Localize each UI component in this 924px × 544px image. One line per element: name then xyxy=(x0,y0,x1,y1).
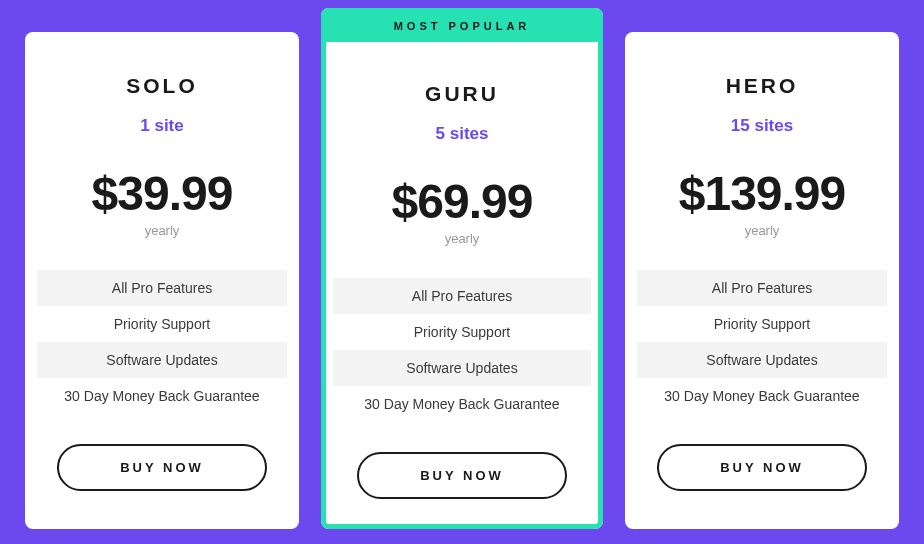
feature-list: All Pro Features Priority Support Softwa… xyxy=(333,278,591,422)
plan-period: yearly xyxy=(333,231,591,246)
plan-price: $39.99 xyxy=(37,166,287,221)
feature-item: Software Updates xyxy=(37,342,287,378)
feature-item: Software Updates xyxy=(637,342,887,378)
plan-name: HERO xyxy=(637,74,887,98)
pricing-card-solo: SOLO 1 site $39.99 yearly All Pro Featur… xyxy=(25,32,299,529)
buy-now-button[interactable]: BUY NOW xyxy=(657,444,867,491)
pricing-card-hero: HERO 15 sites $139.99 yearly All Pro Fea… xyxy=(625,32,899,529)
pricing-container: SOLO 1 site $39.99 yearly All Pro Featur… xyxy=(0,8,924,529)
feature-item: 30 Day Money Back Guarantee xyxy=(333,386,591,422)
feature-item: Priority Support xyxy=(333,314,591,350)
plan-sites: 15 sites xyxy=(637,116,887,136)
buy-now-button[interactable]: BUY NOW xyxy=(357,452,567,499)
buy-now-button[interactable]: BUY NOW xyxy=(57,444,267,491)
plan-price: $69.99 xyxy=(333,174,591,229)
feature-item: 30 Day Money Back Guarantee xyxy=(37,378,287,414)
plan-name: SOLO xyxy=(37,74,287,98)
feature-item: Priority Support xyxy=(37,306,287,342)
feature-item: 30 Day Money Back Guarantee xyxy=(637,378,887,414)
most-popular-badge: MOST POPULAR xyxy=(321,8,603,42)
plan-sites: 5 sites xyxy=(333,124,591,144)
feature-item: Software Updates xyxy=(333,350,591,386)
plan-period: yearly xyxy=(637,223,887,238)
plan-sites: 1 site xyxy=(37,116,287,136)
feature-list: All Pro Features Priority Support Softwa… xyxy=(637,270,887,414)
feature-item: Priority Support xyxy=(637,306,887,342)
feature-item: All Pro Features xyxy=(37,270,287,306)
feature-item: All Pro Features xyxy=(333,278,591,314)
plan-price: $139.99 xyxy=(637,166,887,221)
plan-name: GURU xyxy=(333,82,591,106)
feature-item: All Pro Features xyxy=(637,270,887,306)
pricing-card-guru: MOST POPULAR GURU 5 sites $69.99 yearly … xyxy=(321,8,603,529)
feature-list: All Pro Features Priority Support Softwa… xyxy=(37,270,287,414)
plan-period: yearly xyxy=(37,223,287,238)
